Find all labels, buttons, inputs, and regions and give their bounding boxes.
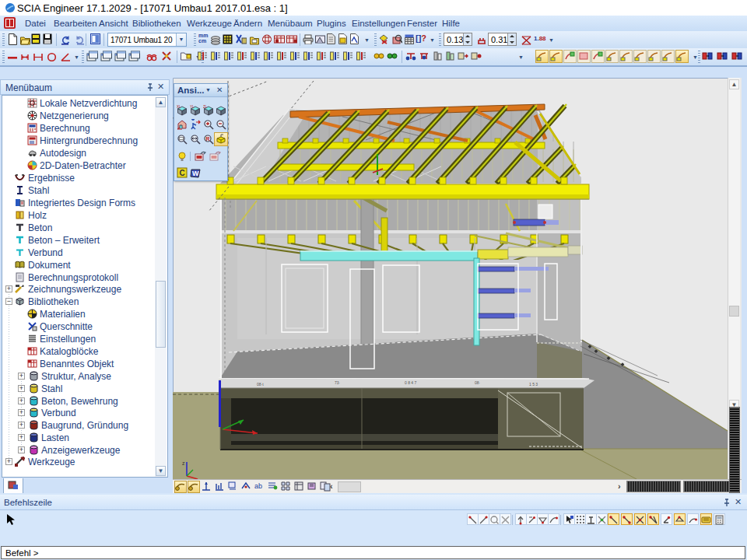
- svg-text:08·t: 08·t: [257, 382, 264, 387]
- svg-text:z: z: [182, 460, 185, 466]
- svg-text:R: R: [206, 136, 210, 142]
- svg-text:XL: XL: [177, 105, 181, 109]
- svg-text:W: W: [192, 170, 199, 177]
- svg-text:73·: 73·: [335, 380, 341, 385]
- svg-text:YL: YL: [190, 105, 195, 109]
- svg-text:0 8 4 7: 0 8 4 7: [405, 380, 417, 385]
- svg-text:ZL: ZL: [203, 105, 208, 109]
- svg-text:1 5 3: 1 5 3: [529, 382, 538, 387]
- svg-text:08·: 08·: [475, 380, 481, 385]
- svg-text:ab: ab: [254, 482, 262, 490]
- svg-text:C: C: [180, 169, 185, 177]
